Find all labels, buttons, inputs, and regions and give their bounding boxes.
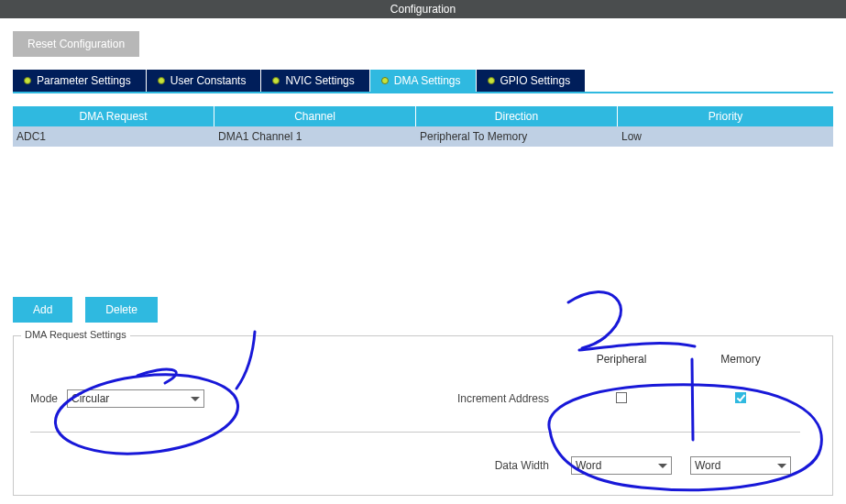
mode-select[interactable]: Circular <box>67 389 204 408</box>
tab-bar: Parameter Settings User Constants NVIC S… <box>13 70 833 93</box>
status-dot-icon <box>158 77 165 84</box>
dma-request-settings-group: DMA Request Settings Peripheral Memory M… <box>13 335 833 496</box>
status-dot-icon <box>488 77 495 84</box>
col-header-memory: Memory <box>681 353 800 366</box>
tab-label: Parameter Settings <box>37 74 131 87</box>
mode-value: Circular <box>71 392 109 405</box>
td-request: ADC1 <box>13 127 214 146</box>
mode-label: Mode <box>30 392 58 405</box>
data-width-memory-select[interactable]: Word <box>690 456 791 475</box>
col-header-peripheral: Peripheral <box>562 353 681 366</box>
th-direction[interactable]: Direction <box>416 106 618 126</box>
th-channel[interactable]: Channel <box>214 106 416 126</box>
table-empty-area <box>13 147 833 284</box>
tab-user-constants[interactable]: User Constants <box>147 70 262 92</box>
dma-table: DMA Request Channel Direction Priority A… <box>13 106 833 284</box>
table-row[interactable]: ADC1 DMA1 Channel 1 Peripheral To Memory… <box>13 126 833 147</box>
datawidth-memory-value: Word <box>695 459 720 472</box>
divider <box>30 432 800 433</box>
td-priority: Low <box>618 127 833 146</box>
status-dot-icon <box>381 77 389 84</box>
title-bar: Configuration <box>0 0 846 18</box>
th-priority[interactable]: Priority <box>618 106 833 126</box>
tab-label: DMA Settings <box>394 74 461 87</box>
fieldset-legend: DMA Request Settings <box>21 329 130 340</box>
increment-peripheral-checkbox[interactable] <box>616 392 627 403</box>
increment-memory-checkbox[interactable] <box>735 392 746 403</box>
status-dot-icon <box>272 77 280 84</box>
reset-label: Reset Configuration <box>27 38 125 50</box>
data-width-peripheral-select[interactable]: Word <box>571 456 672 475</box>
chevron-down-icon <box>777 464 786 468</box>
data-width-label: Data Width <box>434 459 562 472</box>
chevron-down-icon <box>658 464 667 468</box>
delete-button[interactable]: Delete <box>85 297 158 323</box>
tab-dma-settings[interactable]: DMA Settings <box>370 70 477 92</box>
delete-label: Delete <box>105 303 137 316</box>
tab-label: NVIC Settings <box>285 74 354 87</box>
reset-configuration-button[interactable]: Reset Configuration <box>13 31 139 57</box>
chevron-down-icon <box>191 397 200 401</box>
tab-nvic-settings[interactable]: NVIC Settings <box>261 70 369 92</box>
tab-parameter-settings[interactable]: Parameter Settings <box>13 70 147 92</box>
td-channel: DMA1 Channel 1 <box>214 127 416 146</box>
add-button[interactable]: Add <box>13 297 72 323</box>
add-label: Add <box>33 303 52 316</box>
status-dot-icon <box>24 77 31 84</box>
datawidth-peripheral-value: Word <box>576 459 601 472</box>
increment-address-label: Increment Address <box>434 392 562 405</box>
th-dma-request[interactable]: DMA Request <box>13 106 214 126</box>
tab-label: User Constants <box>170 74 247 87</box>
td-direction: Peripheral To Memory <box>416 127 618 146</box>
tab-gpio-settings[interactable]: GPIO Settings <box>477 70 587 92</box>
tab-label: GPIO Settings <box>500 74 571 87</box>
window-title: Configuration <box>390 3 456 16</box>
